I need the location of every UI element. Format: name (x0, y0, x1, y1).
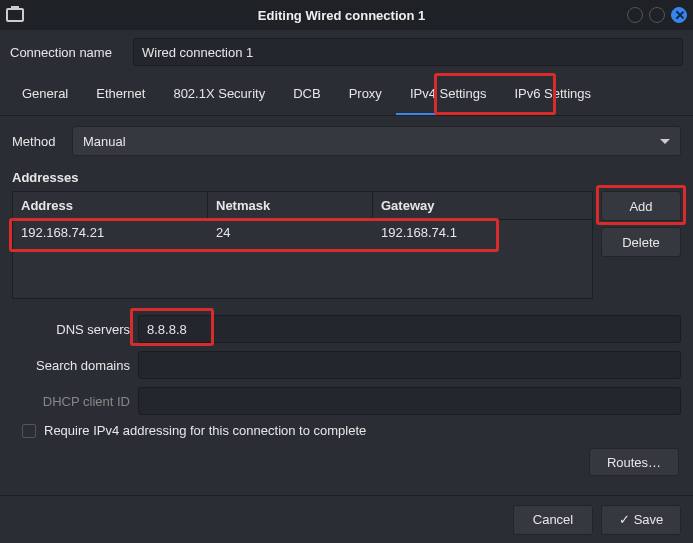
addresses-table: Address Netmask Gateway 192.168.74.21 24… (12, 191, 593, 299)
app-icon (6, 8, 24, 22)
add-button[interactable]: Add (601, 191, 681, 221)
dhcp-client-id-row: DHCP client ID (12, 387, 681, 415)
addresses-buttons: Add Delete (601, 191, 681, 299)
require-ipv4-label: Require IPv4 addressing for this connect… (44, 423, 366, 438)
tab-general[interactable]: General (8, 76, 82, 115)
window-controls (617, 7, 687, 23)
minimize-icon[interactable] (627, 7, 643, 23)
connection-name-input[interactable] (133, 38, 683, 66)
method-label: Method (12, 134, 64, 149)
chevron-down-icon (660, 139, 670, 144)
search-domains-label: Search domains (12, 358, 132, 373)
search-domains-row: Search domains (12, 351, 681, 379)
col-address: Address (13, 192, 208, 219)
require-ipv4-row: Require IPv4 addressing for this connect… (12, 423, 681, 438)
save-button[interactable]: ✓ Save (601, 505, 681, 535)
tab-ipv6-settings[interactable]: IPv6 Settings (500, 76, 605, 115)
cell-netmask: 24 (208, 220, 373, 245)
table-row[interactable]: 192.168.74.21 24 192.168.74.1 (13, 220, 592, 245)
cell-address: 192.168.74.21 (13, 220, 208, 245)
tab-ipv4-settings[interactable]: IPv4 Settings (396, 76, 501, 115)
tabs: General Ethernet 802.1X Security DCB Pro… (0, 76, 693, 116)
connection-name-row: Connection name (0, 30, 693, 76)
dns-label: DNS servers (12, 322, 132, 337)
routes-button[interactable]: Routes… (589, 448, 679, 476)
tab-ethernet[interactable]: Ethernet (82, 76, 159, 115)
delete-button[interactable]: Delete (601, 227, 681, 257)
col-netmask: Netmask (208, 192, 373, 219)
search-domains-input[interactable] (138, 351, 681, 379)
cancel-button[interactable]: Cancel (513, 505, 593, 535)
tab-dcb[interactable]: DCB (279, 76, 334, 115)
close-icon[interactable] (671, 7, 687, 23)
addresses-heading: Addresses (12, 170, 681, 185)
require-ipv4-checkbox[interactable] (22, 424, 36, 438)
addresses-area: Address Netmask Gateway 192.168.74.21 24… (12, 191, 681, 299)
cell-gateway: 192.168.74.1 (373, 220, 592, 245)
titlebar-icon-area (6, 8, 66, 22)
dns-input[interactable] (138, 315, 681, 343)
dns-row: DNS servers (12, 315, 681, 343)
method-row: Method Manual (12, 126, 681, 156)
method-value: Manual (83, 134, 126, 149)
dialog-footer: Cancel ✓ Save (0, 495, 693, 543)
save-label: Save (634, 512, 664, 527)
connection-name-label: Connection name (10, 45, 125, 60)
dhcp-client-id-label: DHCP client ID (12, 394, 132, 409)
window-title: Editing Wired connection 1 (66, 8, 617, 23)
titlebar: Editing Wired connection 1 (0, 0, 693, 30)
addresses-header-row: Address Netmask Gateway (13, 192, 592, 220)
tab-proxy[interactable]: Proxy (335, 76, 396, 115)
routes-row: Routes… (12, 448, 681, 476)
method-select[interactable]: Manual (72, 126, 681, 156)
form-area: DNS servers Search domains DHCP client I… (12, 315, 681, 476)
maximize-icon[interactable] (649, 7, 665, 23)
tab-security[interactable]: 802.1X Security (159, 76, 279, 115)
dhcp-client-id-input[interactable] (138, 387, 681, 415)
ipv4-content: Method Manual Addresses Address Netmask … (0, 116, 693, 476)
check-icon: ✓ (619, 512, 630, 527)
col-gateway: Gateway (373, 192, 592, 219)
